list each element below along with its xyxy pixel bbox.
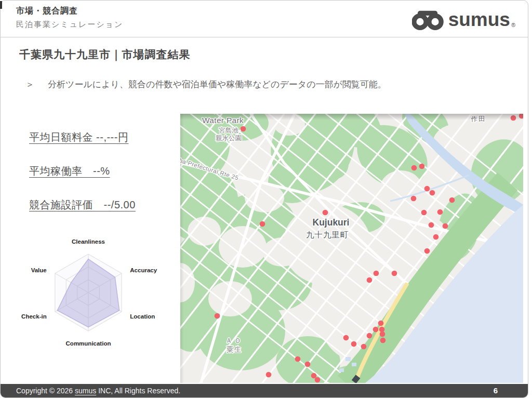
section-title: 市場・競合調査 [16,6,123,17]
slide-footer: Copyright © 2026 sumus INC, All Rights R… [1,384,528,397]
window-corner-artifact [0,1,2,9]
radar-axis-label-accuracy: Accuracy [130,267,157,273]
logo-wordmark: sumus [448,8,510,31]
page-title: 千葉県九十九里市｜市場調査結果 [19,47,191,62]
map-image: Water Park 宮島池 親水公園 iba Prefectural Rte … [180,114,523,383]
map-label-kujukuri-jp: 九十九里町 [306,230,349,239]
radar-chart: CleanlinessAccuracyLocationCommunication… [15,232,167,355]
sumus-logo-icon [412,8,444,31]
radar-axis-label-location: Location [130,313,155,320]
bullet-marker: ＞ [25,78,34,90]
slide-header: 市場・競合調査 民泊事業シミュレーション [16,6,123,30]
map-label-water-park: Water Park [202,116,244,125]
bullet-line: ＞ 分析ツールにより、競合の件数や宿泊単価や稼働率などのデータの一部が閲覧可能。 [25,78,387,90]
radar-axis-label-communication: Communication [66,340,111,347]
bullet-text: 分析ツールにより、競合の件数や宿泊単価や稼働率などのデータの一部が閲覧可能。 [48,78,387,90]
page-number: 6 [494,384,498,397]
copyright-text: Copyright © 2026 sumus INC, All Rights R… [16,387,180,395]
registered-trademark: ® [511,22,515,28]
map-screenshot: Water Park 宮島池 親水公園 iba Prefectural Rte … [180,114,523,383]
radar-axis-label-check-in: Check-in [21,313,47,320]
stat-average-daily-rate: 平均日額料金 --,---円 [29,130,136,144]
radar-axis-label-cleanliness: Cleanliness [72,238,105,245]
footer-brand-link: sumus [75,387,96,395]
sumus-logo: sumus ® [412,8,515,31]
map-label-park-jp2: 親水公園 [216,135,242,142]
map-label-ao-en: ＡＯ [225,337,243,344]
stat-competitor-rating: 競合施設評価 --/5.00 [29,198,136,212]
slide: 市場・競合調査 民泊事業シミュレーション sumus ® 千葉県九十九里市｜市場… [0,0,528,398]
map-label-sakuda: 作田 [471,115,486,123]
map-label-kujukuri-en: Kujukuri [313,217,350,228]
stat-average-occupancy: 平均稼働率 --% [29,164,136,178]
radar-axis-label-value: Value [31,267,47,273]
map-label-ao-jp: 粟生 [227,346,243,353]
section-subtitle: 民泊事業シミュレーション [16,20,123,30]
map-label-park-jp1: 宮島池 [219,127,238,134]
header-divider [1,37,528,37]
radar-chart-svg: CleanlinessAccuracyLocationCommunication… [15,232,167,355]
stats-list: 平均日額料金 --,---円 平均稼働率 --% 競合施設評価 --/5.00 [29,130,136,232]
